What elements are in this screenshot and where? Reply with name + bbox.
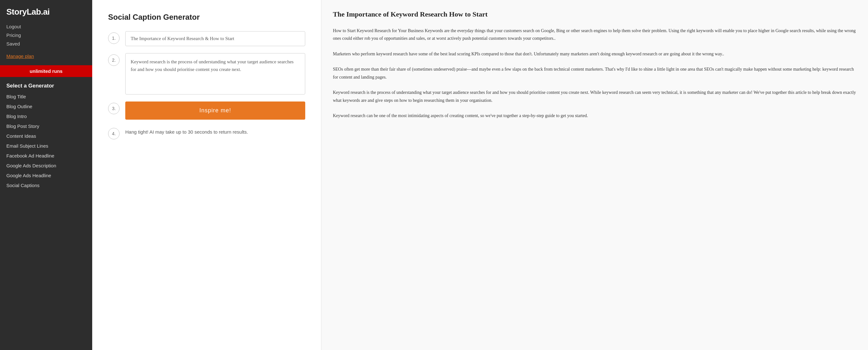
sidebar-item-facebook-ad-headline[interactable]: Facebook Ad Headline (0, 151, 92, 161)
step-3-row: 3. Inspire me! (108, 101, 305, 120)
right-panel: The Importance of Keyword Research How t… (321, 0, 868, 350)
sidebar-item-logout[interactable]: Logout (6, 23, 86, 31)
step-2-circle: 2. (108, 54, 120, 66)
step-3-circle: 3. (108, 103, 120, 114)
sidebar-item-blog-post-story[interactable]: Blog Post Story (0, 121, 92, 131)
sidebar-item-pricing[interactable]: Pricing (6, 31, 86, 39)
article-paragraph-3: SEOs often get more than their fair shar… (333, 65, 857, 81)
wait-text: Hang tight! AI may take up to 30 seconds… (125, 127, 305, 135)
select-generator-label: Select a Generator (0, 77, 92, 92)
sidebar-item-content-ideas[interactable]: Content Ideas (0, 131, 92, 141)
step-1-input[interactable] (125, 31, 305, 46)
step-2-textarea[interactable]: Keyword research is the process of under… (125, 53, 305, 94)
sidebar: StoryLab.ai Logout Pricing Saved Manage … (0, 0, 92, 350)
step-1-circle: 1. (108, 32, 120, 44)
main-content: Social Caption Generator 1. 2. Keyword r… (92, 0, 868, 350)
step-2-row: 2. Keyword research is the process of un… (108, 53, 305, 94)
generator-panel: Social Caption Generator 1. 2. Keyword r… (92, 0, 321, 350)
sidebar-item-blog-title[interactable]: Blog Title (0, 92, 92, 101)
generator-title: Social Caption Generator (108, 13, 305, 22)
sidebar-nav-top: Logout Pricing Saved Manage plan (0, 23, 92, 61)
sidebar-item-email-subject-lines[interactable]: Email Subject Lines (0, 141, 92, 151)
sidebar-item-saved[interactable]: Saved (6, 40, 86, 48)
article-paragraph-5: Keyword research can be one of the most … (333, 112, 857, 120)
inspire-button[interactable]: Inspire me! (125, 101, 305, 120)
step-4-row: 4. Hang tight! AI may take up to 30 seco… (108, 127, 305, 139)
sidebar-item-social-captions[interactable]: Social Captions (0, 180, 92, 190)
article-paragraph-2: Marketers who perform keyword research h… (333, 50, 857, 58)
article-paragraph-4: Keyword research is the process of under… (333, 89, 857, 105)
article-paragraph-1: How to Start Keyword Research for Your B… (333, 27, 857, 42)
article-title: The Importance of Keyword Research How t… (333, 9, 857, 20)
sidebar-item-google-ads-description[interactable]: Google Ads Description (0, 161, 92, 171)
logo: StoryLab.ai (0, 0, 92, 23)
manage-plan-link[interactable]: Manage plan (6, 52, 86, 61)
sidebar-item-google-ads-headline[interactable]: Google Ads Headline (0, 171, 92, 180)
step-1-row: 1. (108, 31, 305, 46)
sidebar-item-blog-intro[interactable]: Blog Intro (0, 111, 92, 121)
unlimited-runs-badge: unlimited runs (0, 65, 92, 77)
sidebar-item-blog-outline[interactable]: Blog Outline (0, 101, 92, 111)
step-4-circle: 4. (108, 128, 120, 139)
